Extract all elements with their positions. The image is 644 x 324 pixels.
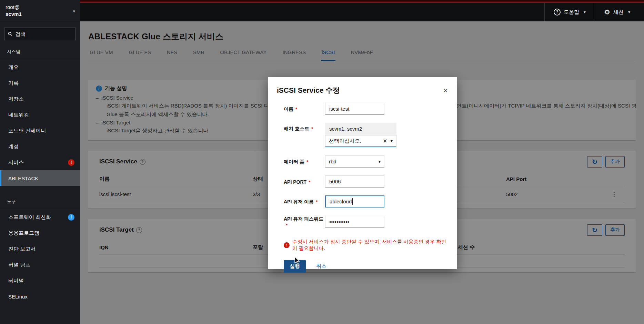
search-box[interactable] [4, 28, 76, 40]
brand-text: root@ scvm1 [6, 4, 22, 18]
search-input[interactable] [15, 31, 72, 37]
api-port-field-label: API PORT* [284, 179, 325, 185]
sidebar-item-ablestack[interactable]: ABLESTACK [0, 170, 80, 186]
modal-warning: ! 수정시 서비스가 잠시 중단될 수 있으며, 서비스를 사용중인 경우 확인… [284, 239, 449, 252]
pool-field-label: 데이터 풀* [284, 158, 325, 165]
field-label-text: API 유저 패스워드 [284, 216, 323, 222]
pool-select[interactable]: rbd ▾ [325, 155, 384, 168]
api-password-field-label: API 유저 패스워드* [284, 215, 325, 228]
sidebar-item-label: 계정 [8, 143, 19, 150]
name-input[interactable] [325, 103, 384, 115]
required-asterisk: * [306, 159, 308, 164]
sidebar-item-accounts[interactable]: 계정 [0, 139, 80, 154]
warning-text: 수정시 서비스가 잠시 중단될 수 있으며, 서비스를 사용중인 경우 확인이 … [292, 239, 449, 252]
field-label-text: 이름 [284, 106, 293, 112]
sidebar-item-label: 포드맨 컨테이너 [8, 128, 46, 134]
sidebar-item-label: 네트워킹 [8, 112, 29, 118]
field-label-text: 데이터 풀 [284, 159, 304, 164]
info-badge-icon: i [68, 214, 74, 221]
chevron-down-icon: ▾ [391, 139, 393, 143]
brand-user: root@ [6, 4, 22, 11]
sidebar-item-label: ABLESTACK [8, 175, 38, 181]
field-label-text: 배치 호스트 [284, 126, 309, 132]
field-label-text: API 유저 이름 [284, 199, 314, 204]
sidebar-item-label: 터미널 [8, 277, 24, 284]
nav-section-label: 시스템 [0, 44, 80, 59]
sidebar-item-label: 진단 보고서 [8, 246, 36, 252]
required-asterisk: * [309, 180, 310, 185]
session-label: 세션 [613, 9, 624, 16]
hosts-value-input [325, 123, 396, 135]
nav-section-system: 시스템 개요 기록 저장소 네트워킹 포드맨 컨테이너 계정 서비스 ! ABL… [0, 44, 80, 186]
masthead: ? 도움말 ▾ ⚙ 세션 ▾ [80, 0, 644, 21]
nav-section-label: 도구 [0, 194, 80, 209]
sidebar-item-applications[interactable]: 응용프로그램 [0, 225, 80, 241]
edit-iscsi-service-modal: iSCSI Service 수정 ✕ 이름* 배치 호스트* 선택하십시오. ✕… [268, 77, 457, 269]
masthead-actions: ? 도움말 ▾ ⚙ 세션 ▾ [544, 3, 639, 21]
sidebar-item-label: 개요 [8, 64, 19, 71]
cancel-button[interactable]: 취소 [316, 263, 326, 270]
warning-icon: ! [284, 242, 290, 248]
modal-title: iSCSI Service 수정 [277, 85, 449, 95]
help-icon: ? [554, 9, 561, 16]
hosts-select-placeholder: 선택하십시오. [329, 138, 383, 144]
sidebar-item-overview[interactable]: 개요 [0, 59, 80, 75]
required-asterisk: * [311, 126, 313, 131]
sidebar-item-terminal[interactable]: 터미널 [0, 273, 80, 288]
sidebar: root@ scvm1 ▾ 시스템 개요 기록 저장소 네트워킹 포드맨 컨테이… [0, 0, 80, 324]
sidebar-search [0, 21, 80, 44]
chevron-down-icon: ▾ [628, 10, 630, 14]
api-port-input[interactable] [325, 175, 384, 188]
required-asterisk: * [316, 199, 318, 204]
help-label: 도움말 [564, 9, 579, 16]
host-switcher[interactable]: root@ scvm1 ▾ [0, 0, 80, 21]
sidebar-item-networking[interactable]: 네트워킹 [0, 107, 80, 123]
hosts-field-label: 배치 호스트* [284, 123, 325, 132]
modal-form: 이름* 배치 호스트* 선택하십시오. ✕ ▾ 데이터 풀* [284, 103, 449, 228]
chevron-down-icon: ▾ [584, 10, 586, 14]
sidebar-item-software-updates[interactable]: 소프트웨어 최신화 i [0, 209, 80, 225]
name-field-label: 이름* [284, 105, 325, 112]
api-user-field-label: API 유저 이름* [284, 198, 325, 205]
chevron-down-icon: ▾ [73, 9, 75, 14]
help-menu-button[interactable]: ? 도움말 ▾ [544, 3, 595, 21]
required-asterisk: * [295, 107, 297, 112]
brand-host: scvm1 [6, 11, 22, 18]
pool-select-value: rbd [329, 159, 379, 164]
api-password-input[interactable] [325, 216, 384, 228]
sidebar-item-kernel-dump[interactable]: 커널 덤프 [0, 257, 80, 273]
api-user-input[interactable] [325, 195, 384, 207]
clear-selection-icon[interactable]: ✕ [383, 138, 387, 144]
alert-badge-icon: ! [68, 159, 74, 166]
sidebar-item-label: 기록 [8, 80, 19, 87]
session-menu-button[interactable]: ⚙ 세션 ▾ [595, 3, 639, 21]
hosts-select[interactable]: 선택하십시오. ✕ ▾ [325, 135, 396, 147]
masthead-red-stripe [80, 0, 644, 3]
sidebar-item-diagnostic-reports[interactable]: 진단 보고서 [0, 241, 80, 257]
sidebar-item-label: 저장소 [8, 96, 24, 102]
sidebar-item-storage[interactable]: 저장소 [0, 91, 80, 107]
gear-icon: ⚙ [604, 9, 610, 16]
sidebar-item-services[interactable]: 서비스 ! [0, 154, 80, 170]
sidebar-item-label: 커널 덤프 [8, 262, 30, 268]
mouse-cursor [293, 256, 301, 265]
sidebar-item-label: 서비스 [8, 159, 24, 166]
search-icon [8, 31, 12, 37]
field-label-text: API PORT [284, 179, 306, 185]
sidebar-item-label: 응용프로그램 [8, 230, 39, 236]
close-icon[interactable]: ✕ [443, 88, 448, 94]
sidebar-item-label: 소프트웨어 최신화 [8, 214, 51, 221]
nav-section-tools: 도구 소프트웨어 최신화 i 응용프로그램 진단 보고서 커널 덤프 터미널 S… [0, 194, 80, 304]
sidebar-item-podman[interactable]: 포드맨 컨테이너 [0, 123, 80, 139]
sidebar-item-logs[interactable]: 기록 [0, 75, 80, 91]
chevron-down-icon: ▾ [379, 159, 381, 164]
sidebar-item-selinux[interactable]: SELinux [0, 288, 80, 304]
required-asterisk: * [286, 223, 288, 228]
sidebar-item-label: SELinux [8, 294, 28, 300]
text-cursor [352, 198, 353, 205]
